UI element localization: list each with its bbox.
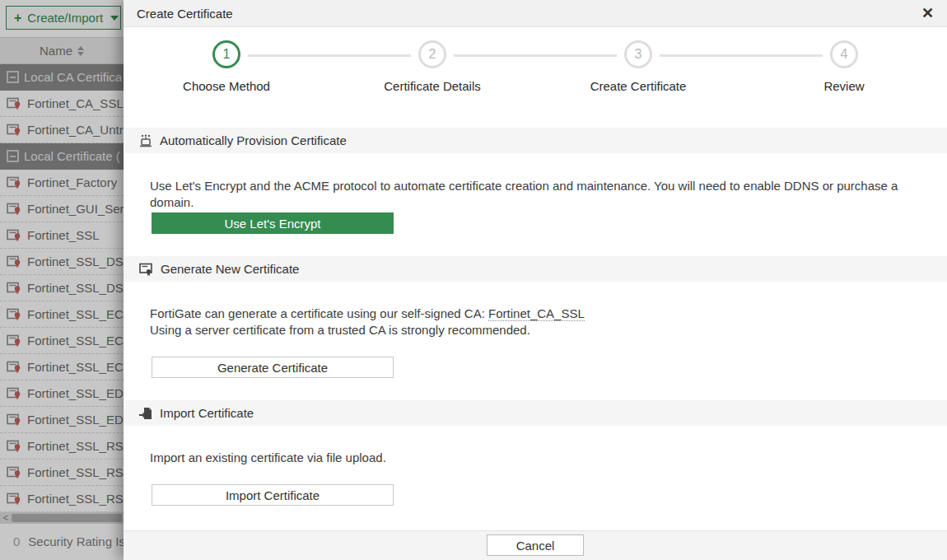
step-label: Create Certificate — [535, 79, 741, 93]
provision-description: Use Let's Encrypt and the ACME protocol … — [150, 178, 935, 210]
import-file-icon — [139, 407, 152, 420]
wizard-stepper: 1Choose Method2Certificate Details3Creat… — [124, 27, 947, 110]
step-number: 2 — [418, 40, 446, 68]
cancel-button[interactable]: Cancel — [487, 534, 584, 556]
step-number: 4 — [830, 40, 858, 68]
certificates-page-background: + Create/Import Name Local CA CertificaF… — [0, 0, 124, 560]
section-generate-header: Generate New Certificate — [124, 256, 947, 282]
modal-title: Create Certificate — [137, 7, 233, 21]
fortinet-ca-ssl-link[interactable]: Fortinet_CA_SSL — [488, 306, 585, 321]
step-label: Review — [741, 79, 947, 93]
wizard-step-4: 4Review — [741, 27, 947, 110]
wizard-step-1: 1Choose Method — [124, 27, 329, 110]
step-label: Choose Method — [124, 79, 329, 93]
automation-robot-icon — [139, 134, 152, 147]
generate-description: FortiGate can generate a certificate usi… — [150, 306, 935, 338]
section-generate-title: Generate New Certificate — [161, 262, 299, 276]
generate-certificate-button[interactable]: Generate Certificate — [152, 357, 394, 378]
close-icon[interactable]: ✕ — [921, 6, 934, 21]
section-import-header: Import Certificate — [124, 400, 947, 426]
wizard-step-2: 2Certificate Details — [329, 27, 535, 110]
section-import-title: Import Certificate — [160, 406, 254, 420]
step-label: Certificate Details — [329, 79, 535, 93]
use-lets-encrypt-button[interactable]: Use Let's Encrypt — [152, 212, 394, 234]
step-number: 1 — [212, 40, 240, 68]
modal-footer: Cancel — [124, 530, 947, 560]
generate-line2-text: Using a server certificate from a truste… — [150, 323, 530, 337]
section-provision-title: Automatically Provision Certificate — [160, 133, 347, 147]
modal-dim-overlay — [0, 0, 124, 560]
wizard-step-3: 3Create Certificate — [535, 27, 741, 110]
section-provision-header: Automatically Provision Certificate — [124, 128, 947, 153]
create-certificate-modal: Create Certificate ✕ 1Choose Method2Cert… — [124, 0, 947, 560]
certificate-seal-icon — [139, 263, 153, 276]
step-number: 3 — [624, 40, 652, 68]
modal-header: Create Certificate ✕ — [124, 0, 947, 27]
import-description: Import an existing certificate via file … — [150, 450, 935, 466]
import-certificate-button[interactable]: Import Certificate — [152, 484, 394, 506]
generate-line1-text: FortiGate can generate a certificate usi… — [150, 306, 488, 320]
